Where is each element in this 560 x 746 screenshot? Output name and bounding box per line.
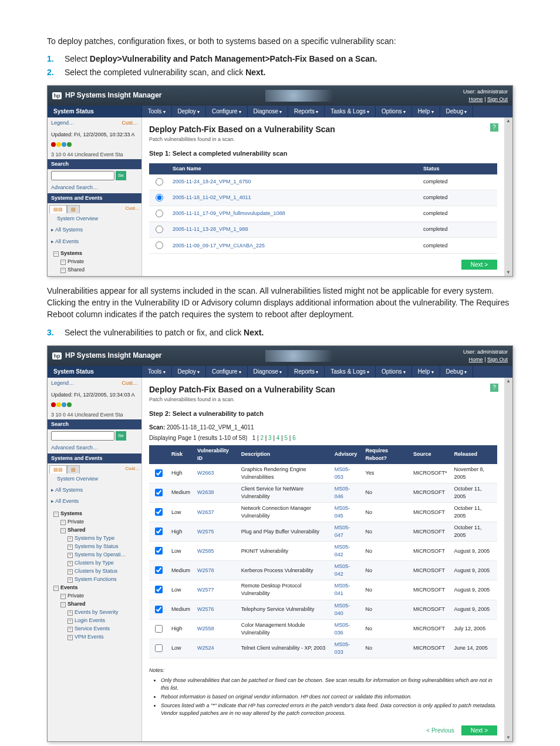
menu-tools[interactable]: Tools: [142, 106, 172, 118]
home-link[interactable]: Home: [469, 96, 483, 102]
tree-shared[interactable]: −Shared: [53, 266, 136, 274]
vuln-id-link[interactable]: W2638: [194, 483, 238, 502]
menu-tools[interactable]: Tools: [142, 366, 172, 378]
tree-sys-type[interactable]: +Systems by Type: [53, 535, 136, 542]
vuln-checkbox[interactable]: [155, 547, 163, 555]
vuln-checkbox[interactable]: [155, 527, 163, 535]
search-input[interactable]: [51, 171, 114, 180]
vuln-checkbox[interactable]: [155, 644, 163, 652]
vuln-advisory-link[interactable]: MS05-053: [331, 464, 362, 483]
search-button[interactable]: Se: [116, 171, 126, 180]
vuln-id-link[interactable]: W2637: [194, 503, 238, 522]
scan-name[interactable]: 2005-11-11_17-09_VPM_fullmovulupdate_108…: [169, 206, 420, 221]
menu-options[interactable]: Options: [376, 366, 412, 378]
vuln-id-link[interactable]: W2577: [194, 580, 238, 600]
menu-reports[interactable]: Reports: [288, 106, 325, 118]
vuln-id-link[interactable]: W2578: [194, 561, 238, 580]
tab-list[interactable]: ▤: [67, 205, 80, 214]
tree-vpm-events[interactable]: +VPM Events: [53, 633, 136, 641]
page-link[interactable]: 6: [292, 435, 296, 441]
scan-row[interactable]: 2005-11-11_13-28_VPM_1_988completed: [149, 221, 497, 237]
scan-row[interactable]: 2005-11-09_09-17_VPM_CUIABA_225completed: [149, 238, 497, 254]
system-overview-link[interactable]: System Overview: [48, 473, 141, 485]
scan-radio[interactable]: [156, 226, 163, 233]
scan-row[interactable]: 2005-11-11_17-09_VPM_fullmovulupdate_108…: [149, 206, 497, 221]
vuln-id-link[interactable]: W2663: [194, 464, 238, 483]
vuln-id-link[interactable]: W2575: [194, 522, 238, 542]
home-link[interactable]: Home: [469, 357, 483, 362]
menu-configure[interactable]: Configure: [206, 366, 248, 378]
menu-tasks-logs[interactable]: Tasks & Logs: [325, 366, 376, 378]
page-link[interactable]: 5: [285, 435, 288, 441]
vuln-advisory-link[interactable]: MS05-041: [331, 580, 362, 600]
signout-link[interactable]: Sign Out: [487, 96, 508, 102]
tree-private-2[interactable]: −Private: [53, 592, 136, 600]
vuln-advisory-link[interactable]: MS05-047: [331, 522, 362, 542]
page-link[interactable]: 4: [276, 435, 280, 441]
vuln-checkbox[interactable]: [155, 586, 163, 593]
menu-debug[interactable]: Debug: [440, 106, 474, 118]
menu-deploy[interactable]: Deploy: [172, 366, 206, 378]
tree-sys-functions[interactable]: +System Functions: [53, 576, 136, 583]
menu-deploy[interactable]: Deploy: [172, 106, 206, 118]
menu-reports[interactable]: Reports: [288, 366, 325, 378]
tab-list[interactable]: ▤: [67, 465, 80, 474]
help-icon[interactable]: ?: [490, 123, 498, 132]
vuln-advisory-link[interactable]: MS05-046: [331, 483, 362, 502]
tree-shared[interactable]: −Shared: [53, 526, 136, 534]
page-link[interactable]: 2: [260, 435, 264, 441]
tree-systems[interactable]: −Systems: [53, 250, 136, 257]
vuln-advisory-link[interactable]: MS05-033: [331, 639, 362, 658]
tab-tree[interactable]: ▤▤: [49, 205, 67, 214]
signout-link[interactable]: Sign Out: [487, 357, 508, 362]
legend-link[interactable]: Legend…: [51, 119, 74, 127]
vuln-checkbox[interactable]: [155, 508, 163, 516]
advanced-search-link[interactable]: Advanced Search…: [48, 182, 141, 193]
scrollbar[interactable]: ▲▼: [504, 117, 512, 275]
tree-ev-severity[interactable]: +Events by Severity: [53, 609, 136, 616]
vuln-checkbox[interactable]: [155, 606, 163, 613]
scrollbar[interactable]: ▲▼: [504, 378, 512, 741]
vuln-advisory-link[interactable]: MS05-042: [331, 542, 362, 561]
scan-radio[interactable]: [156, 194, 163, 201]
vuln-checkbox[interactable]: [155, 469, 163, 477]
tree-events[interactable]: −Events: [53, 584, 136, 592]
previous-button[interactable]: < Previous: [419, 725, 461, 735]
tree-private[interactable]: −Private: [53, 518, 136, 526]
all-events-link[interactable]: ▸ All Events: [48, 496, 141, 507]
menu-diagnose[interactable]: Diagnose: [248, 106, 289, 118]
tree-clusters-type[interactable]: +Clusters by Type: [53, 559, 136, 567]
vuln-advisory-link[interactable]: MS05-042: [331, 561, 362, 580]
menu-help[interactable]: Help: [412, 106, 440, 118]
help-icon[interactable]: ?: [490, 384, 498, 392]
tree-login-events[interactable]: +Login Events: [53, 617, 136, 624]
customize-link[interactable]: Cust…: [122, 119, 138, 127]
all-events-link[interactable]: ▸ All Events: [48, 236, 141, 247]
customize-link[interactable]: Cust…: [122, 379, 138, 387]
scan-radio[interactable]: [156, 178, 163, 186]
vuln-advisory-link[interactable]: MS05-045: [331, 503, 362, 522]
vuln-checkbox[interactable]: [155, 625, 163, 633]
system-overview-link[interactable]: System Overview: [48, 213, 141, 224]
menu-help[interactable]: Help: [412, 366, 440, 378]
search-button[interactable]: Se: [116, 431, 126, 441]
scan-name[interactable]: 2005-11-09_09-17_VPM_CUIABA_225: [169, 238, 420, 254]
all-systems-link[interactable]: ▸ All Systems: [48, 224, 141, 236]
menu-debug[interactable]: Debug: [440, 366, 474, 378]
customize-link-2[interactable]: Cust…: [126, 465, 140, 474]
scan-row[interactable]: 2005-11-18_11-02_VPM_1_4011completed: [149, 190, 497, 206]
scan-name[interactable]: 2005-11-11_13-28_VPM_1_988: [169, 221, 420, 237]
vuln-id-link[interactable]: W2524: [194, 639, 238, 658]
tab-tree[interactable]: ▤▤: [49, 465, 67, 474]
vuln-advisory-link[interactable]: MS05-040: [331, 600, 362, 619]
vuln-id-link[interactable]: W2585: [194, 542, 238, 561]
all-systems-link[interactable]: ▸ All Systems: [48, 485, 141, 496]
menu-tasks-logs[interactable]: Tasks & Logs: [325, 106, 376, 118]
scan-radio[interactable]: [156, 210, 163, 217]
tree-private[interactable]: −Private: [53, 258, 136, 266]
customize-link-2[interactable]: Cust…: [126, 205, 140, 214]
next-button[interactable]: Next >: [461, 260, 497, 270]
advanced-search-link[interactable]: Advanced Search…: [48, 442, 141, 453]
legend-link[interactable]: Legend…: [51, 379, 74, 387]
search-input[interactable]: [51, 431, 114, 441]
